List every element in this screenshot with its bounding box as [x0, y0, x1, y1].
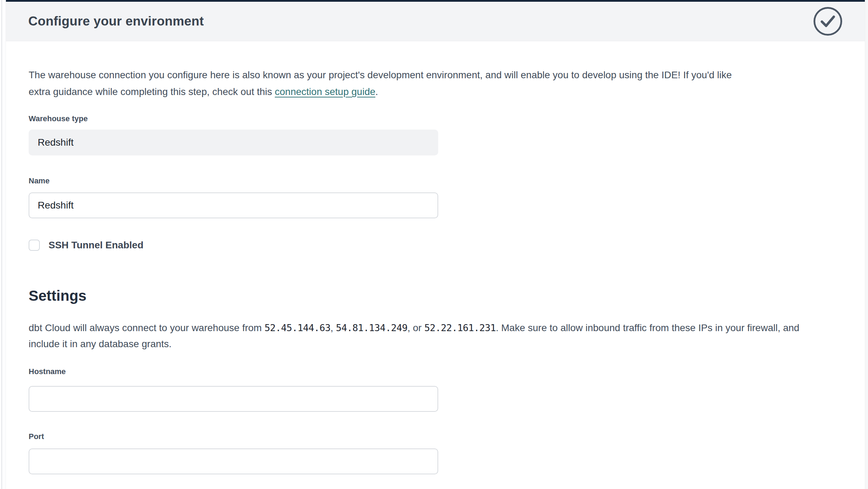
ip-text-before: dbt Cloud will always connect to your wa… [29, 322, 264, 333]
panel-header[interactable]: Configure your environment [6, 2, 865, 41]
ip-allowlist-paragraph: dbt Cloud will always connect to your wa… [29, 320, 832, 352]
step-complete-check-icon [814, 7, 842, 36]
page-title: Configure your environment [28, 14, 204, 29]
ssh-tunnel-label: SSH Tunnel Enabled [49, 240, 144, 251]
scrollbar-track[interactable] [865, 0, 868, 489]
ssh-tunnel-row: SSH Tunnel Enabled [29, 240, 843, 251]
ip-address-3: 52.22.161.231 [424, 322, 496, 333]
intro-text-after: . [375, 86, 378, 97]
connection-setup-guide-link[interactable]: connection setup guide [275, 86, 375, 97]
panel-body: The warehouse connection you configure h… [6, 41, 865, 474]
intro-text-before: The warehouse connection you configure h… [29, 70, 732, 97]
ip-separator-1: , [331, 322, 336, 333]
name-input[interactable] [29, 192, 438, 218]
ssh-tunnel-checkbox[interactable] [29, 240, 40, 251]
warehouse-type-label: Warehouse type [29, 114, 843, 124]
ip-address-2: 54.81.134.249 [336, 322, 407, 333]
left-gutter [0, 0, 6, 489]
hostname-input[interactable] [29, 386, 438, 412]
configure-environment-panel: Configure your environment The warehouse… [6, 0, 865, 489]
ip-separator-2: , or [407, 322, 424, 333]
warehouse-type-field [29, 130, 438, 155]
sidebar-edge-line [1, 0, 2, 489]
hostname-label: Hostname [29, 367, 843, 377]
port-input[interactable] [29, 448, 438, 474]
settings-heading: Settings [29, 287, 843, 305]
port-label: Port [29, 432, 843, 441]
name-label: Name [29, 176, 843, 186]
intro-paragraph: The warehouse connection you configure h… [29, 67, 748, 100]
ip-address-1: 52.45.144.63 [264, 322, 330, 333]
